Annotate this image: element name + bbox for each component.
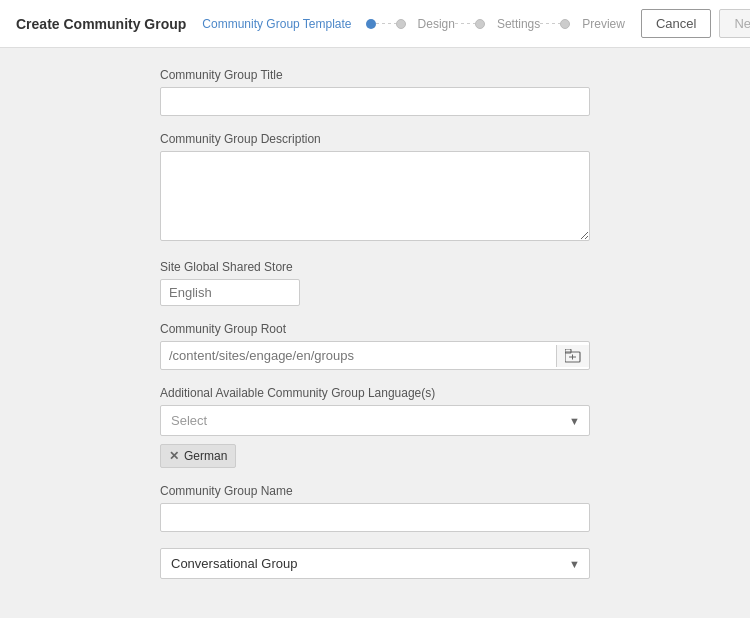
root-group: Community Group Root — [160, 322, 590, 370]
next-button[interactable]: Next — [719, 9, 750, 38]
shared-store-label: Site Global Shared Store — [160, 260, 590, 274]
languages-select[interactable]: Select — [160, 405, 590, 436]
step-line-2 — [455, 23, 475, 24]
name-input[interactable] — [160, 503, 590, 532]
languages-group: Additional Available Community Group Lan… — [160, 386, 590, 468]
wizard-step-4: Preview — [560, 17, 625, 31]
step-1-dot — [366, 19, 376, 29]
wizard-step-1: Community Group Template — [202, 17, 375, 31]
root-input[interactable] — [161, 342, 556, 369]
wizard-step-2: Design — [396, 17, 455, 31]
step-1-label: Community Group Template — [202, 17, 351, 31]
wizard-steps: Community Group Template Design Settings… — [202, 17, 625, 31]
wizard-step-3: Settings — [475, 17, 540, 31]
step-3-dot — [475, 19, 485, 29]
main-form: Community Group Title Community Group De… — [0, 48, 750, 615]
tag-remove-german[interactable]: ✕ — [169, 449, 179, 463]
cancel-button[interactable]: Cancel — [641, 9, 711, 38]
description-label: Community Group Description — [160, 132, 590, 146]
languages-label: Additional Available Community Group Lan… — [160, 386, 590, 400]
name-label: Community Group Name — [160, 484, 590, 498]
step-3-label: Settings — [497, 17, 540, 31]
title-group: Community Group Title — [160, 68, 590, 116]
shared-store-group: Site Global Shared Store — [160, 260, 590, 306]
languages-select-wrap: Select ▼ — [160, 405, 590, 436]
name-group: Community Group Name — [160, 484, 590, 532]
step-line-1 — [376, 23, 396, 24]
tag-list: ✕ German — [160, 444, 590, 468]
header-buttons: Cancel Next — [641, 9, 750, 38]
type-select[interactable]: Conversational Group — [160, 548, 590, 579]
tag-german: ✕ German — [160, 444, 236, 468]
step-4-label: Preview — [582, 17, 625, 31]
description-textarea[interactable] — [160, 151, 590, 241]
title-input[interactable] — [160, 87, 590, 116]
step-2-label: Design — [418, 17, 455, 31]
step-4-dot — [560, 19, 570, 29]
page-title: Create Community Group — [16, 16, 186, 32]
wizard-header: Create Community Group Community Group T… — [0, 0, 750, 48]
type-select-wrap: Conversational Group ▼ — [160, 548, 590, 579]
title-label: Community Group Title — [160, 68, 590, 82]
root-input-wrap — [160, 341, 590, 370]
description-group: Community Group Description — [160, 132, 590, 244]
step-2-dot — [396, 19, 406, 29]
tag-label-german: German — [184, 449, 227, 463]
type-group: Conversational Group ▼ — [160, 548, 590, 579]
root-label: Community Group Root — [160, 322, 590, 336]
step-line-3 — [540, 23, 560, 24]
browse-icon-button[interactable] — [556, 345, 589, 367]
shared-store-input[interactable] — [160, 279, 300, 306]
